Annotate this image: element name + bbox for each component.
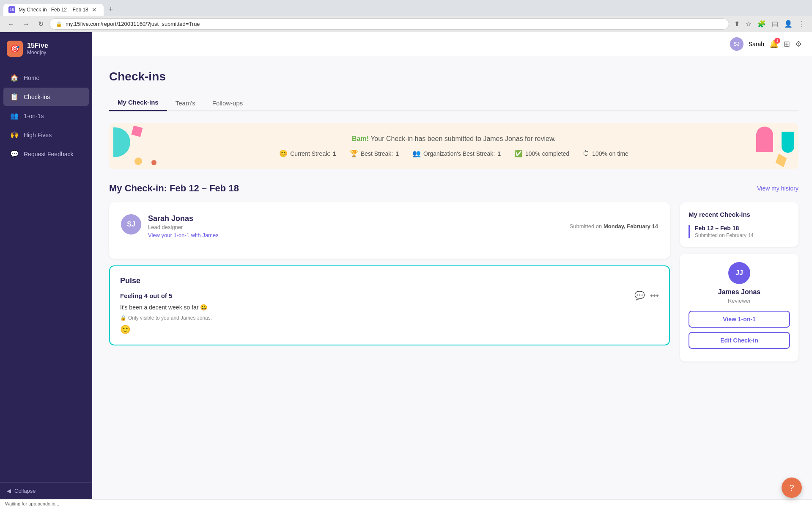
submitted-date: Monday, February 14: [604, 223, 658, 229]
current-streak-label: Current Streak:: [290, 150, 330, 157]
address-bar[interactable]: 🔒 my.15five.com/report/120031160/?just_s…: [49, 18, 729, 30]
user-info: SJ Sarah Jonas Lead designer View your 1…: [121, 214, 658, 238]
check-icon: ✅: [514, 149, 523, 157]
user-full-name: Sarah Jonas: [148, 214, 563, 223]
notification-button[interactable]: 🔔 1: [769, 39, 779, 49]
tab-my-checkins[interactable]: My Check-ins: [109, 94, 167, 111]
user-avatar: SJ: [121, 214, 141, 235]
ontime-label: 100% on time: [592, 150, 628, 157]
content-grid: SJ Sarah Jonas Lead designer View your 1…: [109, 202, 798, 362]
sidebar-browser-button[interactable]: ▤: [770, 18, 780, 30]
main-content: SJ Sarah 🔔 1 ⊞ ⚙ Check-ins My Check-ins …: [92, 32, 812, 499]
url-text: my.15five.com/report/120031160/?just_sub…: [66, 21, 723, 27]
sidebar-nav: 🏠 Home 📋 Check-ins 👥 1-on-1s 🙌 High Five…: [0, 65, 92, 482]
status-text: Waiting for app.pendo.io...: [5, 501, 59, 506]
recent-checkins-card: My recent Check-ins Feb 12 – Feb 18 Subm…: [680, 202, 798, 247]
recent-item-submitted: Submitted on February 14: [695, 232, 790, 238]
sidebar-item-checkins[interactable]: 📋 Check-ins: [3, 88, 89, 106]
refresh-button[interactable]: ↻: [36, 18, 46, 30]
pulse-note: It's been a decent week so far 😀: [120, 304, 659, 311]
sidebar-item-highfives[interactable]: 🙌 High Fives: [3, 126, 89, 144]
requestfeedback-icon: 💬: [10, 150, 19, 158]
reviewer-card: JJ James Jonas Reviewer View 1-on-1 Edit…: [680, 254, 798, 362]
sidebar-item-label-home: Home: [24, 75, 39, 81]
org-streak-stat: 👥 Organization's Best Streak: 1: [412, 149, 501, 157]
best-streak-label: Best Streak:: [361, 150, 393, 157]
checkin-section-title: My Check-in: Feb 12 – Feb 18: [109, 183, 239, 194]
org-streak-label: Organization's Best Streak:: [423, 150, 495, 157]
streak-icon: 😊: [279, 149, 288, 157]
toolbar-actions: ⬆ ☆ 🧩 ▤ 👤 ⋮: [732, 18, 807, 30]
share-button[interactable]: ⬆: [732, 18, 741, 30]
app-container: 🎯 15Five Moodjoy 🏠 Home 📋 Check-ins 👥 1-…: [0, 32, 812, 499]
pulse-actions: 💬 •••: [634, 290, 659, 301]
collapse-label: Collapse: [14, 488, 36, 494]
trophy-icon: 🏆: [350, 149, 358, 157]
clock-icon: ⏱: [583, 150, 590, 157]
view-1on1-button[interactable]: View 1-on-1: [689, 311, 790, 328]
tab-close-button[interactable]: ✕: [92, 6, 97, 13]
reviewer-name: James Jonas: [689, 288, 790, 296]
pulse-more-button[interactable]: •••: [650, 290, 659, 301]
banner-message: Bam! Your Check-in has been submitted to…: [123, 135, 785, 143]
edit-checkin-button[interactable]: Edit Check-in: [689, 332, 790, 349]
checkins-icon: 📋: [10, 93, 19, 101]
completed-stat: ✅ 100% completed: [514, 149, 569, 157]
submitted-info: Submitted on Monday, February 14: [570, 223, 658, 229]
browser-chrome: 15 My Check-in · Feb 12 – Feb 18 ✕ + ← →…: [0, 0, 812, 32]
tab-followups[interactable]: Follow-ups: [204, 94, 252, 111]
section-heading: My Check-in: Feb 12 – Feb 18 View my his…: [109, 183, 798, 194]
app-name: 15Five: [27, 42, 48, 50]
right-sidebar: My recent Check-ins Feb 12 – Feb 18 Subm…: [680, 202, 798, 362]
active-tab[interactable]: 15 My Check-in · Feb 12 – Feb 18 ✕: [3, 4, 104, 16]
sidebar-logo: 🎯 15Five Moodjoy: [0, 32, 92, 65]
tabs: My Check-ins Team's Follow-ups: [109, 94, 798, 111]
recent-item: Feb 12 – Feb 18 Submitted on February 14: [689, 225, 790, 238]
forward-button[interactable]: →: [20, 19, 32, 30]
extensions-button[interactable]: 🧩: [756, 18, 768, 30]
view-history-link[interactable]: View my history: [757, 185, 798, 192]
left-column: SJ Sarah Jonas Lead designer View your 1…: [109, 202, 670, 362]
user-name-topbar: Sarah: [749, 41, 764, 47]
1on1s-icon: 👥: [10, 112, 19, 120]
reviewer-avatar: JJ: [728, 262, 750, 284]
lock-icon: 🔒: [56, 21, 62, 27]
collapse-button[interactable]: ◀ Collapse: [0, 482, 92, 499]
sidebar-item-label-highfives: High Fives: [24, 132, 52, 138]
submission-banner: Bam! Your Check-in has been submitted to…: [109, 123, 798, 169]
tab-title: My Check-in · Feb 12 – Feb 18: [19, 7, 88, 13]
app-sub: Moodjoy: [27, 50, 48, 55]
menu-button[interactable]: ⋮: [797, 18, 807, 30]
tab-teams[interactable]: Team's: [167, 94, 204, 111]
profile-button[interactable]: 👤: [782, 18, 794, 30]
pulse-title: Pulse: [120, 276, 659, 285]
reviewer-role: Reviewer: [689, 298, 790, 304]
status-bar: Waiting for app.pendo.io...: [0, 499, 812, 508]
sidebar-item-label-1on1s: 1-on-1s: [24, 113, 44, 119]
lock-privacy-icon: 🔒: [120, 315, 126, 321]
pulse-comment-button[interactable]: 💬: [634, 290, 645, 301]
pulse-card: Pulse Feeling 4 out of 5 💬 ••• It's been…: [109, 265, 670, 345]
completed-label: 100% completed: [525, 150, 569, 157]
settings-button[interactable]: ⚙: [795, 39, 802, 49]
pulse-feeling: Feeling 4 out of 5 💬 •••: [120, 290, 659, 301]
view-1on1-link[interactable]: View your 1-on-1 with James: [148, 232, 563, 238]
logo-text: 15Five Moodjoy: [27, 42, 48, 55]
current-streak-stat: 😊 Current Streak: 1: [279, 149, 336, 157]
ontime-stat: ⏱ 100% on time: [583, 150, 628, 157]
bookmark-button[interactable]: ☆: [744, 18, 753, 30]
sidebar-item-label-requestfeedback: Request Feedback: [24, 151, 74, 157]
back-button[interactable]: ←: [5, 19, 17, 30]
help-button[interactable]: ?: [782, 478, 802, 498]
deco-yellow-bottomleft: [134, 157, 142, 165]
sidebar-item-1on1s[interactable]: 👥 1-on-1s: [3, 107, 89, 125]
sidebar-item-requestfeedback[interactable]: 💬 Request Feedback: [3, 145, 89, 163]
sidebar: 🎯 15Five Moodjoy 🏠 Home 📋 Check-ins 👥 1-…: [0, 32, 92, 499]
grid-view-button[interactable]: ⊞: [784, 39, 790, 49]
best-streak-value: 1: [395, 150, 399, 157]
pulse-emoji-button[interactable]: 🙂: [120, 324, 131, 334]
recent-item-date: Feb 12 – Feb 18: [695, 225, 790, 232]
deco-orange-bottomleft: [151, 160, 156, 165]
sidebar-item-home[interactable]: 🏠 Home: [3, 69, 89, 87]
new-tab-button[interactable]: +: [105, 3, 117, 16]
